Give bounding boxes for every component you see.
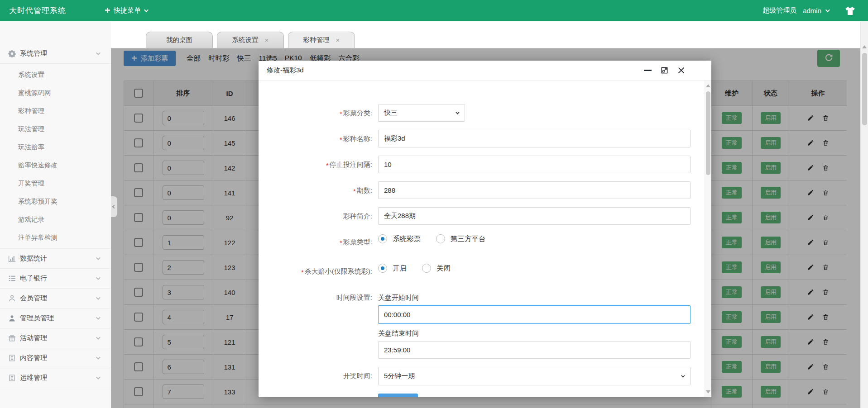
radio-label: 系统彩票 <box>393 234 421 244</box>
sidebar: 系统管理系统设置蜜桃源码网彩种管理玩法管理玩法赔率赔率快速修改开奖管理系统彩预开… <box>0 21 111 408</box>
form-row-intro: 彩种简介: <box>259 207 705 225</box>
form-row-name: 彩种名称: <box>259 130 705 147</box>
sidebar-group-1[interactable]: 数据统计 <box>0 249 111 269</box>
scroll-up-arrow[interactable] <box>862 45 867 48</box>
form-row-stop-interval: 停止投注间隔: <box>259 156 705 173</box>
sidebar-item[interactable]: 赔率快速修改 <box>0 156 111 174</box>
category-select[interactable]: 快三 <box>378 104 465 122</box>
tab-彩种管理[interactable]: 彩种管理× <box>288 32 355 48</box>
close-start-time-input[interactable] <box>378 305 691 324</box>
scrollbar-thumb[interactable] <box>706 91 710 175</box>
periods-input[interactable] <box>378 181 691 199</box>
field-label: 停止投注间隔: <box>259 156 378 173</box>
minimize-button[interactable] <box>644 70 652 71</box>
sidebar-item[interactable]: 彩种管理 <box>0 102 111 120</box>
sidebar-item[interactable]: 系统设置 <box>0 66 111 84</box>
gift-icon <box>8 334 16 342</box>
chevron-down-icon <box>456 110 459 114</box>
maximize-button[interactable] <box>661 66 668 74</box>
scrollbar-thumb[interactable] <box>862 53 867 125</box>
submit-button[interactable]: 提交 <box>378 394 418 397</box>
sidebar-item[interactable]: 注单异常检测 <box>0 228 111 247</box>
sidebar-item[interactable]: 开奖管理 <box>0 174 111 192</box>
user-menu[interactable]: admin <box>803 7 829 14</box>
sidebar-item[interactable]: 蜜桃源码网 <box>0 84 111 102</box>
sidebar-item[interactable]: 系统彩预开奖 <box>0 192 111 210</box>
username-label: admin <box>803 7 821 14</box>
radio-label: 开启 <box>393 264 407 273</box>
scroll-down-arrow[interactable] <box>706 390 710 394</box>
sidebar-group-label: 运维管理 <box>20 374 96 382</box>
quick-menu-label: 快捷菜单 <box>114 6 141 15</box>
tab-label: 彩种管理 <box>303 36 330 44</box>
sidebar-item[interactable]: 玩法管理 <box>0 120 111 138</box>
field-label: 杀大赔小(仅限系统彩): <box>259 262 378 280</box>
sidebar-group-7[interactable]: 运维管理 <box>0 368 111 388</box>
sidebar-collapse-handle[interactable] <box>111 196 117 217</box>
chevron-down-icon <box>96 295 101 300</box>
radio-dot <box>422 264 431 273</box>
radio-kill-off[interactable]: 关闭 <box>422 264 451 273</box>
chevron-down-icon <box>96 51 101 55</box>
page-scrollbar[interactable] <box>860 21 868 408</box>
field-label: 彩票分类: <box>259 104 378 122</box>
sidebar-group-2[interactable]: 电子银行 <box>0 269 111 289</box>
form-row-kill-big: 杀大赔小(仅限系统彩): 开启 关闭 <box>259 262 705 280</box>
radio-third-party[interactable]: 第三方平台 <box>436 234 486 244</box>
intro-input[interactable] <box>378 207 691 225</box>
radio-label: 第三方平台 <box>451 234 486 244</box>
field-label: 彩种简介: <box>259 207 378 225</box>
chevron-down-icon <box>144 8 149 12</box>
gear-icon <box>8 50 16 57</box>
scroll-up-arrow[interactable] <box>706 84 710 87</box>
chevron-down-icon <box>96 335 101 340</box>
category-value: 快三 <box>384 109 398 117</box>
field-label: 彩种名称: <box>259 130 378 147</box>
chart-icon <box>8 255 16 262</box>
stop-interval-input[interactable] <box>378 156 691 173</box>
tab-系统设置[interactable]: 系统设置× <box>217 32 284 48</box>
tab-label: 系统设置 <box>232 36 259 44</box>
edit-lottery-modal: 修改-福彩3d 彩票分类: 快三 彩种名称: <box>259 61 711 397</box>
chevron-down-icon <box>96 256 101 260</box>
tab-close-icon[interactable]: × <box>265 37 269 43</box>
tab-我的桌面[interactable]: 我的桌面 <box>146 32 213 48</box>
modal-scrollbar[interactable] <box>705 81 711 397</box>
chevron-down-icon <box>681 374 685 377</box>
sidebar-group-label: 活动管理 <box>20 334 96 342</box>
sidebar-group-4[interactable]: 管理员管理 <box>0 308 111 328</box>
draw-time-value: 5分钟一期 <box>384 372 415 380</box>
theme-icon[interactable] <box>845 6 855 15</box>
field-label: 开奖时间: <box>259 367 378 385</box>
chevron-down-icon <box>96 375 101 380</box>
sidebar-item[interactable]: 游戏记录 <box>0 210 111 228</box>
field-label: 彩票类型: <box>259 233 378 251</box>
chevron-down-icon <box>96 275 101 280</box>
radio-label: 关闭 <box>436 264 451 273</box>
field-label: 期数: <box>259 181 378 199</box>
radio-system-lottery[interactable]: 系统彩票 <box>378 234 421 244</box>
close-button[interactable] <box>677 66 685 74</box>
sidebar-group-5[interactable]: 活动管理 <box>0 328 111 348</box>
sidebar-group-label: 数据统计 <box>20 254 96 263</box>
list-icon <box>8 275 16 282</box>
tab-close-icon[interactable]: × <box>336 37 340 43</box>
lottery-name-input[interactable] <box>378 130 691 147</box>
modal-header: 修改-福彩3d <box>259 61 711 81</box>
sidebar-item[interactable]: 玩法赔率 <box>0 138 111 156</box>
sidebar-group-0[interactable]: 系统管理 <box>0 44 111 64</box>
tab-label: 我的桌面 <box>166 36 192 44</box>
doc-icon <box>8 374 16 382</box>
radio-dot <box>378 234 387 243</box>
close-end-time-input[interactable] <box>378 341 691 359</box>
sidebar-group-3[interactable]: 会员管理 <box>0 289 111 308</box>
radio-kill-on[interactable]: 开启 <box>378 264 407 273</box>
close-start-label: 关盘开始时间 <box>378 292 691 304</box>
sidebar-group-label: 系统管理 <box>20 49 96 58</box>
draw-time-select[interactable]: 5分钟一期 <box>378 367 691 385</box>
doc-icon <box>8 354 16 362</box>
quick-menu-button[interactable]: 快捷菜单 <box>105 6 147 15</box>
sidebar-group-6[interactable]: 内容管理 <box>0 348 111 368</box>
close-end-label: 关盘结束时间 <box>378 327 691 339</box>
app-header: 大时代管理系统 快捷菜单 超级管理员 admin <box>0 0 868 21</box>
